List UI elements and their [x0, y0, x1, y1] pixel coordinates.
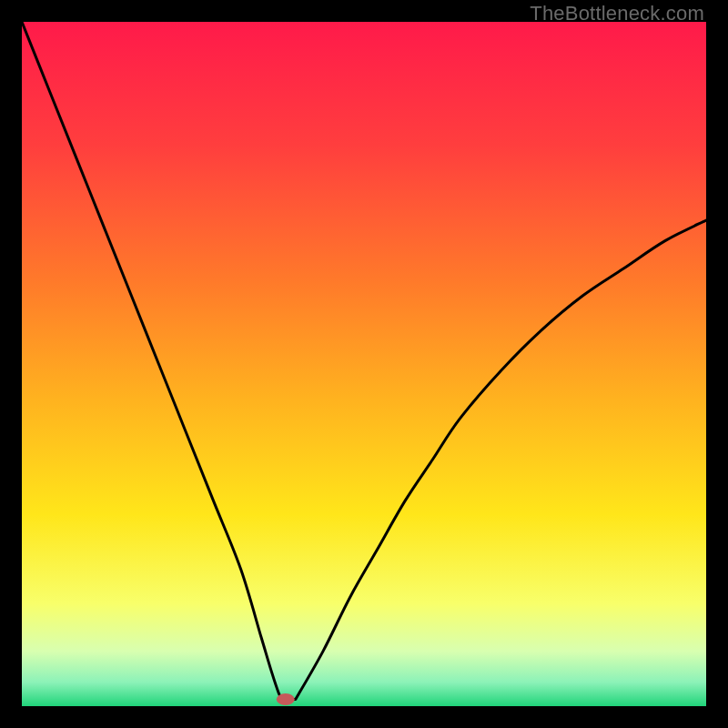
bottleneck-chart	[22, 22, 706, 706]
chart-frame	[22, 22, 706, 706]
gradient-background	[22, 22, 706, 706]
watermark-text: TheBottleneck.com	[530, 2, 704, 25]
optimal-point-marker	[277, 693, 295, 705]
